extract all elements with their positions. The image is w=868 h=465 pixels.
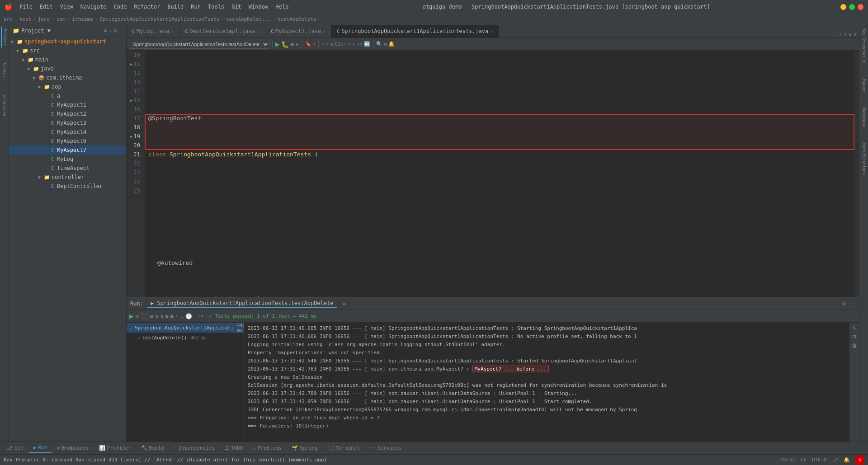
run-button[interactable]: ▶ xyxy=(275,40,280,48)
menu-file[interactable]: File xyxy=(16,3,36,11)
line-col[interactable]: 19:32 xyxy=(780,457,795,463)
code-content[interactable]: @SpringBootTest class SpringbootAopQuick… xyxy=(145,51,854,297)
breadcrumb-test[interactable]: test xyxy=(19,16,32,22)
menu-code[interactable]: Code xyxy=(110,3,131,11)
chevron-down-icon[interactable]: ∨ xyxy=(853,32,856,38)
tree-myaspect6[interactable]: C MyAspect6 xyxy=(9,136,126,146)
tab-myaspect7[interactable]: C MyAspect7.java ✕ xyxy=(265,25,331,38)
bottom-tab-run[interactable]: ▶ Run xyxy=(29,443,52,453)
run-tree-test[interactable]: ✓ testAopDelete() 442 ms xyxy=(127,333,244,343)
project-icon[interactable]: Project xyxy=(1,27,8,47)
collapse-icon[interactable]: ≡ xyxy=(109,28,112,34)
tree-myaspect4[interactable]: C MyAspect4 xyxy=(9,127,126,136)
code-editor[interactable]: 10 ▶11 12 13 14 ▶15 16 17 18 ▶19 xyxy=(127,51,859,297)
breadcrumb-src[interactable]: src xyxy=(4,16,13,22)
breadcrumb-class[interactable]: SpringbootAopQuickstart1ApplicationTests xyxy=(99,16,219,22)
tab-springboottest[interactable]: C SpringbootAopQuickstart1ApplicationTes… xyxy=(331,25,499,38)
breadcrumb-com[interactable]: com xyxy=(57,16,66,22)
line-sep[interactable]: LF xyxy=(801,457,807,463)
menu-view[interactable]: View xyxy=(57,3,77,11)
tree-myaspect2[interactable]: C MyAspect2 xyxy=(9,109,126,118)
tree-aop[interactable]: ▼ 📁 aop xyxy=(9,82,126,91)
search-button[interactable]: 🔍 xyxy=(376,41,382,47)
tab-springboottest-close[interactable]: ✕ xyxy=(490,29,493,34)
vcs-icon[interactable]: ↑ xyxy=(313,41,316,47)
run-up-btn[interactable]: ↑ xyxy=(175,313,179,319)
settings-icon[interactable]: ⚙ xyxy=(114,28,118,34)
tree-src[interactable]: ▼ 📁 src xyxy=(9,46,126,55)
bottom-tab-dependencies[interactable]: ≡ Dependencies xyxy=(170,443,219,453)
hide-icon[interactable]: — xyxy=(119,28,123,34)
breadcrumb-method[interactable]: testAopDelete xyxy=(278,16,316,22)
bottom-tab-todo[interactable]: ☰ TODO xyxy=(220,443,248,453)
git-translate[interactable]: 🔤 xyxy=(364,41,370,47)
more-actions-button[interactable]: ▾ xyxy=(295,41,299,48)
bottom-tab-endpoints[interactable]: ⊕ Endpoints xyxy=(52,443,93,453)
bottom-tab-services[interactable]: ≡≡ Services xyxy=(365,443,406,453)
run-tool-3[interactable]: 🗑 xyxy=(852,343,857,349)
run-rerun-btn[interactable]: ↺ xyxy=(136,313,139,319)
run-sort-btn[interactable]: ⇅ xyxy=(155,313,158,319)
run-clock-btn[interactable]: 🕐 xyxy=(185,313,192,319)
tree-controller[interactable]: ▼ 📁 controller xyxy=(9,173,126,182)
notifications-button[interactable]: 🔔 xyxy=(388,41,395,47)
tree-myaspect1[interactable]: C MyAspect1 xyxy=(9,100,126,109)
bottom-tab-build[interactable]: 🔨 Build xyxy=(137,443,169,453)
tab-deptserviceimpl[interactable]: C DeptServiceImpl.java ✕ xyxy=(179,25,265,38)
run-config-dropdown[interactable]: SpringbootAopQuickstart1ApplicationTests… xyxy=(129,40,269,49)
tree-myaspect7[interactable]: C MyAspect7 xyxy=(9,146,126,155)
run-tree-root[interactable]: ✓ SpringbootAopQuickstart1Applicati 442 … xyxy=(127,323,244,333)
menu-window[interactable]: Window xyxy=(245,3,272,11)
tree-root[interactable]: ▼ 📁 springboot-aop-quickstart xyxy=(9,37,126,46)
run-down-btn[interactable]: ↓ xyxy=(180,313,184,319)
encoding[interactable]: UTF-8 xyxy=(812,457,827,463)
tree-myaspect3[interactable]: C MyAspect3 xyxy=(9,118,126,127)
run-tab-close[interactable]: ✕ xyxy=(342,301,345,307)
breadcrumb-method-short[interactable]: testAopDelet... xyxy=(226,16,271,22)
settings-button[interactable]: ⚙ xyxy=(384,41,387,47)
tree-a[interactable]: C a xyxy=(9,91,126,100)
run-test-tab[interactable]: ▶ SpringbootAopQuickstart1ApplicationTes… xyxy=(147,299,337,308)
tab-myaspect7-close[interactable]: ✕ xyxy=(323,29,326,34)
debug-button[interactable]: 🐛 xyxy=(281,41,289,48)
tab-deptserviceimpl-close[interactable]: ✕ xyxy=(257,29,259,34)
run-sort2-btn[interactable]: ⇅ xyxy=(160,313,163,319)
locate-icon[interactable]: ⊕ xyxy=(104,28,107,34)
coverage-button[interactable]: ⊕ xyxy=(290,41,294,48)
tree-deptcontroller[interactable]: C DeptController xyxy=(9,182,126,191)
editor-scrollbar[interactable] xyxy=(854,51,859,297)
run-stop-btn[interactable]: ⬛ xyxy=(141,313,148,319)
tree-timeaspect[interactable]: C TimeAspect xyxy=(9,164,126,173)
bottom-tab-terminal[interactable]: ⬛ Terminal xyxy=(323,443,364,453)
menu-edit[interactable]: Edit xyxy=(36,3,57,11)
tree-package[interactable]: ▼ 📦 com.itheima xyxy=(9,73,126,82)
menu-run[interactable]: Run xyxy=(187,3,204,11)
maximize-button[interactable] xyxy=(849,4,855,10)
right-tab-database[interactable]: Database xyxy=(861,106,867,129)
git-arrows[interactable]: ↓↑ xyxy=(357,41,363,47)
tree-java[interactable]: ▼ 📁 java xyxy=(9,64,126,73)
menu-refactor[interactable]: Refactor xyxy=(130,3,164,11)
bottom-tab-git[interactable]: ⎇ Git xyxy=(2,443,28,453)
run-filter-btn[interactable]: ⊟ xyxy=(150,313,153,319)
menu-git[interactable]: Git xyxy=(228,3,245,11)
tab-mylog[interactable]: C MyLog.java ✕ xyxy=(127,25,179,38)
right-tab-notifications[interactable]: Notifications xyxy=(861,141,867,177)
breadcrumb-itheima[interactable]: itheima xyxy=(72,16,93,22)
bookmark-icon[interactable]: 🔖 xyxy=(305,41,311,47)
run-hide-icon[interactable]: — xyxy=(852,301,855,307)
structure-icon[interactable]: Structure xyxy=(1,93,8,118)
tree-mylog[interactable]: C MyLog xyxy=(9,155,126,164)
menu-help[interactable]: Help xyxy=(272,3,292,11)
close-button[interactable] xyxy=(858,4,863,10)
bottom-tab-profiler[interactable]: 📊 Profiler xyxy=(94,443,136,453)
right-tab-maven[interactable]: Maven xyxy=(861,77,867,93)
menu-build[interactable]: Build xyxy=(164,3,187,11)
run-tool-2[interactable]: ⊟ xyxy=(853,333,856,340)
breadcrumb-java[interactable]: java xyxy=(38,16,50,22)
run-left-btn[interactable]: ≡ xyxy=(165,313,168,319)
notifications-icon[interactable]: 🔔 xyxy=(844,457,850,463)
run-right-btn[interactable]: ≡ xyxy=(170,313,173,319)
bottom-tab-spring[interactable]: 🌱 Spring xyxy=(287,443,322,453)
chevron-up-icon[interactable]: ∧ xyxy=(849,32,852,38)
